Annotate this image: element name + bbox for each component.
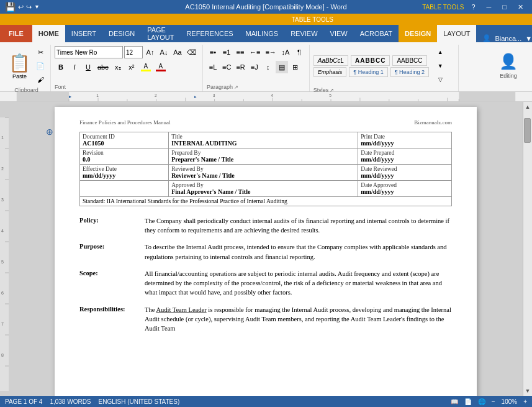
font-shrink-button[interactable]: A↓ <box>158 46 170 58</box>
increase-indent-button[interactable]: ≡→ <box>263 46 277 58</box>
svg-text:▸: ▸ <box>194 94 197 99</box>
status-right-area: 📖 📄 🌐 − 100% + <box>451 398 527 405</box>
tab-view[interactable]: VIEW <box>324 25 354 42</box>
line-spacing-button[interactable]: ↕ <box>262 61 274 73</box>
decrease-indent-button[interactable]: ←≡ <box>248 46 262 58</box>
tab-review[interactable]: REVIEW <box>284 25 323 42</box>
tab-table-design[interactable]: DESIGN <box>399 25 437 42</box>
zoom-out-button[interactable]: − <box>492 398 495 405</box>
vertical-scrollbar[interactable]: ▲ ▼ <box>523 102 532 396</box>
date-reviewed-cell: Date Reviewed mm/dd/yyyy <box>358 165 452 181</box>
svg-text:2: 2 <box>155 93 157 98</box>
page-header: Finance Policies and Procedures Manual B… <box>79 119 452 126</box>
clipboard-group: 📋 Paste ✂ 📄 🖌 Clipboard <box>2 45 51 91</box>
bold-button[interactable]: B <box>55 61 67 73</box>
responsibilities-label: Responsibilities: <box>79 305 145 334</box>
font-size-input[interactable] <box>124 46 143 58</box>
tab-design[interactable]: DESIGN <box>102 25 141 42</box>
body-content: Policy: The Company shall periodically c… <box>79 216 452 333</box>
format-painter-button[interactable]: 🖌 <box>34 73 47 86</box>
borders-button[interactable]: ⊞ <box>289 61 302 73</box>
superscript-button[interactable]: x² <box>125 61 138 73</box>
strikethrough-button[interactable]: abc <box>96 61 110 73</box>
close-button[interactable]: ✕ <box>514 3 527 11</box>
quick-access-more[interactable]: ▼ <box>34 4 40 10</box>
purpose-section: Purpose: To describe the Internal Audit … <box>79 242 452 261</box>
tab-insert[interactable]: INSERT <box>65 25 102 42</box>
table-tools-bar: TABLE TOOLS <box>0 14 532 25</box>
font-group: A↑ A↓ Aa ⌫ B I U abc x₂ x² A <box>51 45 203 91</box>
main-area: 1 2 3 4 5 6 7 8 ⊕ Finance Policies and P… <box>0 102 532 396</box>
styles-expand[interactable]: ▽ <box>434 73 446 86</box>
style-heading2[interactable]: ¶ Heading 2 <box>390 67 429 77</box>
svg-text:8: 8 <box>1 353 4 357</box>
cut-button[interactable]: ✂ <box>34 46 47 58</box>
copy-button[interactable]: 📄 <box>34 60 47 72</box>
sort-button[interactable]: ↕A <box>279 46 292 58</box>
header-right: Bizmanualz.com <box>414 119 452 126</box>
tab-layout[interactable]: LAYOUT <box>437 25 476 42</box>
quick-access-undo[interactable]: ↩ <box>18 3 24 11</box>
center-button[interactable]: ≡C <box>220 61 233 73</box>
add-table-icon[interactable]: ⊕ <box>46 127 53 137</box>
show-formatting-button[interactable]: ¶ <box>293 46 305 58</box>
shading-button[interactable]: ▤ <box>276 61 288 73</box>
svg-text:▸: ▸ <box>69 94 71 99</box>
scroll-up-arrow[interactable]: ▲ <box>525 102 531 112</box>
info-table: Document ID AC1050 Title INTERNAL AUDITI… <box>79 132 452 206</box>
numbering-button[interactable]: ≡1 <box>220 46 233 58</box>
style-aabbcc1[interactable]: AABBCC <box>351 55 390 66</box>
font-grow-button[interactable]: A↑ <box>144 46 156 58</box>
view-print-button[interactable]: 📄 <box>464 398 472 405</box>
view-read-button[interactable]: 📖 <box>451 398 458 405</box>
font-label: Font <box>55 83 199 90</box>
scroll-track <box>523 112 532 386</box>
svg-text:7: 7 <box>1 322 4 326</box>
underline-button[interactable]: U <box>82 61 94 73</box>
editing-label: Editing <box>500 73 517 79</box>
scroll-thumb[interactable] <box>524 118 531 143</box>
paragraph-group: ≡• ≡1 ≡≡ ←≡ ≡→ ↕A ¶ ≡L ≡C ≡R ≡J ↕ ▤ ⊞ Pa… <box>203 45 310 91</box>
tab-mailings[interactable]: MAILINGS <box>240 25 285 42</box>
tab-home[interactable]: HOME <box>32 25 65 42</box>
maximize-button[interactable]: □ <box>498 3 510 11</box>
subscript-button[interactable]: x₂ <box>112 61 124 73</box>
policy-label: Policy: <box>79 216 145 235</box>
styles-scroll-down[interactable]: ▼ <box>434 60 446 72</box>
view-web-button[interactable]: 🌐 <box>478 398 485 405</box>
account-chevron: ▼ <box>525 35 532 42</box>
minimize-button[interactable]: ─ <box>483 3 495 11</box>
styles-scroll-up[interactable]: ▲ <box>434 46 446 58</box>
style-normal[interactable]: Emphasis <box>313 67 347 77</box>
help-button[interactable]: ? <box>467 3 479 11</box>
paste-button[interactable]: 📋 Paste <box>6 52 33 81</box>
tab-page-layout[interactable]: PAGE LAYOUT <box>141 25 180 42</box>
italic-button[interactable]: I <box>68 61 81 73</box>
styles-group: AaBbCcL AABBCC AABBCC Emphasis ¶ Heading… <box>310 45 459 91</box>
svg-rect-0 <box>17 92 515 101</box>
font-color-button[interactable]: A <box>154 61 168 73</box>
multilevel-list-button[interactable]: ≡≡ <box>234 46 246 58</box>
text-highlight-button[interactable]: A <box>139 61 153 73</box>
justify-button[interactable]: ≡J <box>248 61 261 73</box>
paragraph-dialog-launcher[interactable]: ↗ <box>234 85 238 90</box>
revision-cell: Revision 0.0 <box>80 149 169 165</box>
style-aabbcc2[interactable]: AABBCC <box>392 55 426 66</box>
style-heading1[interactable]: ¶ Heading 1 <box>349 67 387 77</box>
user-account[interactable]: 👤 Bianca... ▼ <box>476 34 532 42</box>
bullets-button[interactable]: ≡• <box>207 46 219 58</box>
font-name-input[interactable] <box>55 46 123 58</box>
zoom-in-button[interactable]: + <box>523 398 527 405</box>
align-right-button[interactable]: ≡R <box>234 61 246 73</box>
change-case-button[interactable]: Aa <box>171 46 184 58</box>
tab-acrobat[interactable]: ACROBAT <box>354 25 399 42</box>
clear-format-button[interactable]: ⌫ <box>185 46 199 58</box>
ribbon-controls: 📋 Paste ✂ 📄 🖌 Clipboard A↑ A↓ Aa ⌫ B <box>0 42 532 92</box>
tab-file[interactable]: FILE <box>0 25 32 42</box>
quick-access-redo[interactable]: ↪ <box>26 3 32 11</box>
date-approved-cell: Date Approved mm/dd/yyyy <box>358 181 452 197</box>
align-left-button[interactable]: ≡L <box>207 61 219 73</box>
tab-references[interactable]: REFERENCES <box>180 25 239 42</box>
style-emphasis[interactable]: AaBbCcL <box>313 55 348 66</box>
scroll-down-arrow[interactable]: ▼ <box>525 386 531 396</box>
